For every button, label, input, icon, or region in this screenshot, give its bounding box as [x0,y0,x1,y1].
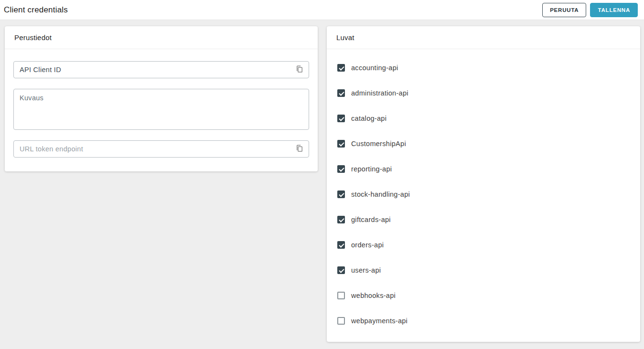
permission-checkbox-row[interactable]: giftcards-api [337,207,630,232]
save-button[interactable]: TALLENNA [590,3,638,17]
permission-label: reporting-api [351,165,392,173]
copy-token-url-button[interactable] [293,143,306,155]
checkbox-icon[interactable] [337,317,345,325]
permission-label: CustomershipApi [351,140,406,148]
main-content: Perustiedot [0,20,644,342]
permission-label: giftcards-api [351,216,391,223]
permission-checkbox-row[interactable]: administration-api [337,80,630,106]
token-url-field-wrapper [13,140,309,158]
client-id-input[interactable] [13,61,309,78]
permission-checkbox-row[interactable]: orders-api [337,232,630,257]
cancel-button[interactable]: PERUUTA [542,3,586,17]
permission-checkbox-row[interactable]: CustomershipApi [337,131,630,156]
permissions-list: accounting-api administration-api catalo… [327,49,640,342]
checkbox-icon[interactable] [337,292,345,299]
checkbox-icon[interactable] [337,241,345,249]
checkbox-icon[interactable] [337,165,345,173]
permission-label: webpayments-api [351,317,408,325]
permission-label: orders-api [351,241,384,249]
permission-label: administration-api [351,89,408,97]
top-bar: Client credentials PERUUTA TALLENNA [0,0,644,20]
checkbox-icon[interactable] [337,190,345,198]
checkbox-icon[interactable] [337,216,345,223]
checkbox-icon[interactable] [337,115,345,122]
permission-checkbox-row[interactable]: reporting-api [337,156,630,181]
permission-checkbox-row[interactable]: catalog-api [337,106,630,131]
token-url-input[interactable] [13,140,309,158]
permission-label: accounting-api [351,64,398,72]
page-title: Client credentials [4,5,542,15]
basic-info-card-title: Perustiedot [5,26,318,49]
permission-label: stock-handling-api [351,190,410,198]
permission-label: webhooks-api [351,292,396,299]
permission-checkbox-row[interactable]: stock-handling-api [337,181,630,207]
permission-checkbox-row[interactable]: webpayments-api [337,308,630,333]
permission-checkbox-row[interactable]: users-api [337,257,630,283]
checkbox-icon[interactable] [337,266,345,274]
permissions-card-title: Luvat [327,26,640,49]
content-copy-icon [295,65,304,75]
permission-label: catalog-api [351,115,386,122]
description-textarea[interactable] [13,89,309,130]
content-copy-icon [295,144,304,154]
permission-checkbox-row[interactable]: accounting-api [337,55,630,80]
copy-client-id-button[interactable] [293,63,306,76]
permission-checkbox-row[interactable]: webhooks-api [337,283,630,308]
checkbox-icon[interactable] [337,140,345,148]
checkbox-icon[interactable] [337,89,345,97]
basic-info-card: Perustiedot [5,26,318,171]
client-id-field-wrapper [13,61,309,78]
permission-label: users-api [351,266,381,274]
checkbox-icon[interactable] [337,64,345,72]
basic-info-body [5,49,318,171]
top-bar-actions: PERUUTA TALLENNA [542,3,638,17]
description-field-wrapper [13,89,309,130]
permissions-card: Luvat accounting-api administration-api … [327,26,640,342]
